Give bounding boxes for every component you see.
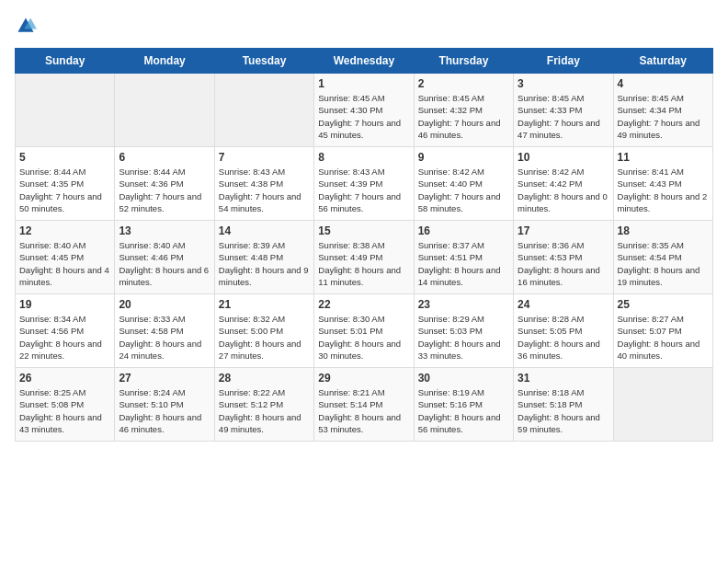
calendar-cell: 18Sunrise: 8:35 AMSunset: 4:54 PMDayligh… [613,221,712,294]
calendar-cell: 24Sunrise: 8:28 AMSunset: 5:05 PMDayligh… [514,294,613,368]
day-number: 28 [219,372,310,385]
calendar-cell: 17Sunrise: 8:36 AMSunset: 4:53 PMDayligh… [514,221,613,294]
calendar-table: SundayMondayTuesdayWednesdayThursdayFrid… [15,48,713,442]
cell-content: Sunrise: 8:44 AMSunset: 4:36 PMDaylight:… [119,166,210,214]
cell-content: Sunrise: 8:34 AMSunset: 4:56 PMDaylight:… [19,313,110,362]
calendar-cell: 26Sunrise: 8:25 AMSunset: 5:08 PMDayligh… [16,368,115,442]
day-number: 18 [618,224,709,237]
calendar-cell: 28Sunrise: 8:22 AMSunset: 5:12 PMDayligh… [214,368,313,442]
cell-content: Sunrise: 8:29 AMSunset: 5:03 PMDaylight:… [418,313,509,362]
day-of-week-header: Wednesday [314,49,414,74]
calendar-cell: 9Sunrise: 8:42 AMSunset: 4:40 PMDaylight… [414,147,513,221]
cell-content: Sunrise: 8:44 AMSunset: 4:35 PMDaylight:… [19,166,110,214]
cell-content: Sunrise: 8:45 AMSunset: 4:32 PMDaylight:… [418,92,509,141]
cell-content: Sunrise: 8:24 AMSunset: 5:10 PMDaylight:… [119,386,210,435]
calendar-cell [115,74,214,147]
day-of-week-header: Monday [115,49,214,74]
day-of-week-header: Thursday [414,49,513,74]
calendar-cell [214,74,313,147]
cell-content: Sunrise: 8:22 AMSunset: 5:12 PMDaylight:… [219,386,310,435]
cell-content: Sunrise: 8:43 AMSunset: 4:39 PMDaylight:… [318,166,409,214]
calendar-cell: 30Sunrise: 8:19 AMSunset: 5:16 PMDayligh… [414,368,513,442]
cell-content: Sunrise: 8:36 AMSunset: 4:53 PMDaylight:… [518,239,609,288]
calendar-cell: 23Sunrise: 8:29 AMSunset: 5:03 PMDayligh… [414,294,513,368]
day-number: 4 [618,77,709,90]
cell-content: Sunrise: 8:40 AMSunset: 4:46 PMDaylight:… [119,239,210,288]
day-of-week-header: Sunday [16,49,115,74]
calendar-cell: 12Sunrise: 8:40 AMSunset: 4:45 PMDayligh… [16,221,115,294]
day-of-week-header: Friday [514,49,613,74]
day-number: 3 [518,77,609,90]
day-number: 22 [318,298,409,311]
page-header [15,15,713,37]
day-number: 29 [318,372,409,385]
day-number: 7 [219,151,310,164]
logo [15,15,40,37]
calendar-cell: 5Sunrise: 8:44 AMSunset: 4:35 PMDaylight… [16,147,115,221]
day-number: 30 [418,372,509,385]
calendar-cell: 20Sunrise: 8:33 AMSunset: 4:58 PMDayligh… [115,294,214,368]
cell-content: Sunrise: 8:45 AMSunset: 4:33 PMDaylight:… [518,92,609,141]
day-number: 23 [418,298,509,311]
cell-content: Sunrise: 8:45 AMSunset: 4:30 PMDaylight:… [318,92,409,141]
calendar-cell: 10Sunrise: 8:42 AMSunset: 4:42 PMDayligh… [514,147,613,221]
calendar-cell: 8Sunrise: 8:43 AMSunset: 4:39 PMDaylight… [314,147,414,221]
cell-content: Sunrise: 8:42 AMSunset: 4:42 PMDaylight:… [518,166,609,214]
cell-content: Sunrise: 8:28 AMSunset: 5:05 PMDaylight:… [518,313,609,362]
calendar-cell: 11Sunrise: 8:41 AMSunset: 4:43 PMDayligh… [613,147,712,221]
calendar-cell: 13Sunrise: 8:40 AMSunset: 4:46 PMDayligh… [115,221,214,294]
calendar-cell: 21Sunrise: 8:32 AMSunset: 5:00 PMDayligh… [214,294,313,368]
cell-content: Sunrise: 8:27 AMSunset: 5:07 PMDaylight:… [618,313,709,362]
day-number: 26 [19,372,110,385]
day-number: 14 [219,224,310,237]
day-number: 20 [119,298,210,311]
cell-content: Sunrise: 8:38 AMSunset: 4:49 PMDaylight:… [318,239,409,288]
day-number: 15 [318,224,409,237]
calendar-cell: 25Sunrise: 8:27 AMSunset: 5:07 PMDayligh… [613,294,712,368]
day-number: 25 [618,298,709,311]
day-number: 2 [418,77,509,90]
cell-content: Sunrise: 8:25 AMSunset: 5:08 PMDaylight:… [19,386,110,435]
calendar-cell: 7Sunrise: 8:43 AMSunset: 4:38 PMDaylight… [214,147,313,221]
cell-content: Sunrise: 8:37 AMSunset: 4:51 PMDaylight:… [418,239,509,288]
cell-content: Sunrise: 8:32 AMSunset: 5:00 PMDaylight:… [219,313,310,362]
calendar-cell: 19Sunrise: 8:34 AMSunset: 4:56 PMDayligh… [16,294,115,368]
day-number: 17 [518,224,609,237]
calendar-cell: 16Sunrise: 8:37 AMSunset: 4:51 PMDayligh… [414,221,513,294]
cell-content: Sunrise: 8:21 AMSunset: 5:14 PMDaylight:… [318,386,409,435]
cell-content: Sunrise: 8:35 AMSunset: 4:54 PMDaylight:… [618,239,709,288]
day-of-week-header: Saturday [613,49,712,74]
calendar-cell: 15Sunrise: 8:38 AMSunset: 4:49 PMDayligh… [314,221,414,294]
day-of-week-header: Tuesday [214,49,313,74]
day-number: 27 [119,372,210,385]
day-number: 24 [518,298,609,311]
calendar-cell [613,368,712,442]
calendar-cell: 29Sunrise: 8:21 AMSunset: 5:14 PMDayligh… [314,368,414,442]
cell-content: Sunrise: 8:19 AMSunset: 5:16 PMDaylight:… [418,386,509,435]
cell-content: Sunrise: 8:41 AMSunset: 4:43 PMDaylight:… [618,166,709,214]
cell-content: Sunrise: 8:45 AMSunset: 4:34 PMDaylight:… [618,92,709,141]
calendar-cell: 22Sunrise: 8:30 AMSunset: 5:01 PMDayligh… [314,294,414,368]
calendar-header: SundayMondayTuesdayWednesdayThursdayFrid… [16,49,713,74]
day-number: 13 [119,224,210,237]
calendar-cell: 4Sunrise: 8:45 AMSunset: 4:34 PMDaylight… [613,74,712,147]
calendar-cell: 1Sunrise: 8:45 AMSunset: 4:30 PMDaylight… [314,74,414,147]
day-number: 12 [19,224,110,237]
day-number: 6 [119,151,210,164]
cell-content: Sunrise: 8:43 AMSunset: 4:38 PMDaylight:… [219,166,310,214]
cell-content: Sunrise: 8:30 AMSunset: 5:01 PMDaylight:… [318,313,409,362]
calendar-cell: 14Sunrise: 8:39 AMSunset: 4:48 PMDayligh… [214,221,313,294]
day-number: 10 [518,151,609,164]
day-number: 8 [318,151,409,164]
day-number: 5 [19,151,110,164]
calendar-cell: 6Sunrise: 8:44 AMSunset: 4:36 PMDaylight… [115,147,214,221]
calendar-cell: 2Sunrise: 8:45 AMSunset: 4:32 PMDaylight… [414,74,513,147]
calendar-cell: 31Sunrise: 8:18 AMSunset: 5:18 PMDayligh… [514,368,613,442]
day-number: 31 [518,372,609,385]
day-number: 16 [418,224,509,237]
logo-icon [15,15,37,37]
cell-content: Sunrise: 8:33 AMSunset: 4:58 PMDaylight:… [119,313,210,362]
calendar-cell: 3Sunrise: 8:45 AMSunset: 4:33 PMDaylight… [514,74,613,147]
calendar-cell: 27Sunrise: 8:24 AMSunset: 5:10 PMDayligh… [115,368,214,442]
day-number: 11 [618,151,709,164]
